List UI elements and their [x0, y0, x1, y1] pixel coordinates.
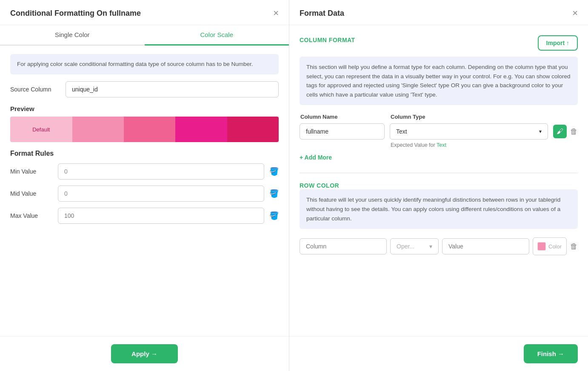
color-swatch — [537, 242, 546, 251]
column-action-buttons: 🖌 🗑 — [553, 125, 578, 138]
column-type-value: Text — [396, 128, 407, 135]
mid-value-color-picker-icon[interactable]: 🪣 — [269, 189, 279, 198]
col-type-header: Column Type — [391, 114, 577, 120]
right-panel-title: Format Data — [300, 9, 344, 18]
color-bar-segment-0: Default — [10, 117, 72, 142]
row-color-picker[interactable]: Color — [533, 237, 567, 255]
row-color-delete-button[interactable]: 🗑 — [570, 242, 578, 251]
color-bar-segment-3 — [175, 117, 227, 142]
col-name-header: Column Name — [300, 114, 385, 120]
right-panel-content: COLUMN FORMAT Import ↑ This section will… — [289, 25, 588, 336]
source-column-input[interactable] — [66, 81, 279, 97]
column-format-heading: COLUMN FORMAT — [300, 37, 355, 43]
max-value-color-picker-icon[interactable]: 🪣 — [269, 211, 279, 220]
max-value-row: Max Value 🪣 — [0, 208, 289, 224]
add-more-button[interactable]: + Add More — [300, 152, 332, 163]
min-value-color-picker-icon[interactable]: 🪣 — [269, 167, 279, 176]
mid-value-row: Mid Value 🪣 — [0, 186, 289, 202]
left-panel-header: Conditional Formatting On fullname × — [0, 0, 289, 25]
preview-label: Preview — [0, 105, 289, 112]
expected-value-link[interactable]: Text — [437, 142, 446, 148]
source-column-section: Source Column — [0, 81, 289, 105]
row-color-filter-row: Oper... ▾ Color 🗑 — [300, 237, 578, 255]
color-bar-preview: Default — [10, 117, 279, 142]
tab-color-scale[interactable]: Color Scale — [145, 25, 289, 46]
color-bar-segment-1 — [72, 117, 124, 142]
column-delete-button[interactable]: 🗑 — [570, 127, 578, 136]
left-panel-close-button[interactable]: × — [273, 9, 279, 18]
mid-value-input[interactable] — [58, 186, 264, 202]
column-table-headers: Column Name Column Type — [300, 114, 578, 120]
color-placeholder-text: Color — [548, 243, 562, 250]
min-value-input[interactable] — [58, 163, 264, 180]
right-panel: Format Data × COLUMN FORMAT Import ↑ Thi… — [289, 0, 588, 371]
mid-value-label: Mid Value — [10, 190, 53, 197]
trash-icon: 🗑 — [570, 127, 578, 136]
row-color-value-input[interactable] — [442, 238, 529, 254]
row-color-info: This feature will let your users quickly… — [300, 189, 578, 229]
tabs-container: Single Color Color Scale — [0, 25, 289, 46]
column-type-chevron-icon: ▾ — [539, 128, 542, 134]
tab-single-color[interactable]: Single Color — [0, 25, 145, 46]
left-panel: Conditional Formatting On fullname × Sin… — [0, 0, 289, 371]
column-type-select[interactable]: Text ▾ — [390, 123, 548, 140]
min-value-label: Min Value — [10, 168, 53, 175]
column-format-row: Text ▾ 🖌 🗑 — [300, 123, 578, 140]
import-button[interactable]: Import ↑ — [538, 35, 578, 51]
column-name-input[interactable] — [300, 123, 385, 140]
column-paint-button[interactable]: 🖌 — [553, 125, 567, 138]
expected-value-hint: Expected Value for Text — [300, 142, 578, 148]
finish-bar: Finish → — [289, 336, 588, 371]
apply-bar: Apply → — [0, 336, 289, 371]
max-value-input[interactable] — [58, 208, 264, 224]
left-panel-title: Conditional Formatting On fullname — [10, 9, 141, 18]
color-scale-info-banner: For applying color scale conditional for… — [10, 54, 279, 74]
row-color-operator-select[interactable]: Oper... ▾ — [390, 238, 439, 254]
format-rules-title: Format Rules — [0, 142, 289, 163]
right-panel-close-button[interactable]: × — [572, 9, 578, 18]
color-bar-segment-4 — [227, 117, 279, 142]
source-column-label: Source Column — [10, 86, 66, 93]
apply-button[interactable]: Apply → — [111, 344, 178, 363]
paint-brush-icon: 🖌 — [557, 128, 563, 135]
row-color-column-input[interactable] — [300, 238, 387, 254]
source-column-row: Source Column — [10, 81, 279, 97]
color-bar-segment-2 — [124, 117, 175, 142]
row-color-trash-icon: 🗑 — [570, 242, 578, 251]
operator-placeholder: Oper... — [397, 243, 414, 250]
max-value-label: Max Value — [10, 212, 53, 219]
finish-button[interactable]: Finish → — [524, 344, 578, 363]
min-value-row: Min Value 🪣 — [0, 163, 289, 180]
row-color-section: ROW COLOR This feature will let your use… — [300, 173, 578, 255]
column-format-info: This section will help you define a form… — [300, 57, 578, 105]
row-color-heading: ROW COLOR — [300, 182, 339, 189]
operator-chevron-icon: ▾ — [429, 243, 432, 250]
right-panel-header: Format Data × — [289, 0, 588, 25]
